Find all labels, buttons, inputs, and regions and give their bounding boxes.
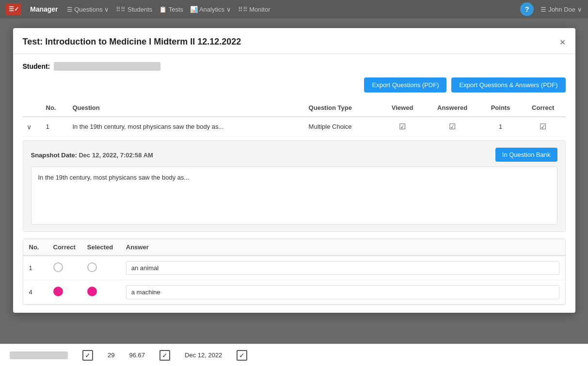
ans-answer-1: an animal bbox=[120, 256, 565, 280]
answers-table: No. Correct Selected Answer 1 bbox=[23, 239, 565, 305]
snapshot-row: Snapshot Date: Dec 12, 2022, 7:02:58 AM … bbox=[31, 148, 557, 162]
snapshot-label: Snapshot Date: Dec 12, 2022, 7:02:58 AM bbox=[31, 152, 153, 159]
radio-filled-selected-icon bbox=[87, 287, 97, 296]
app-logo: ☰✓ bbox=[6, 3, 21, 15]
expand-cell[interactable]: ∨ bbox=[23, 117, 42, 137]
col-expand bbox=[23, 99, 42, 117]
status-final-check: ✓ bbox=[237, 350, 247, 361]
topbar-nav: ☰ Questions ∨ ⠿⠿ Students 📋 Tests 📊 Anal… bbox=[67, 6, 512, 13]
col-answered: Answered bbox=[424, 99, 480, 117]
radio-filled-correct-icon bbox=[53, 287, 63, 296]
row-answered: ☑ bbox=[424, 117, 480, 137]
col-points: Points bbox=[480, 99, 521, 117]
user-menu[interactable]: ☰ John Doe ∨ bbox=[540, 6, 582, 13]
table-row: ∨ 1 In the 19th century, most physicans … bbox=[23, 117, 566, 137]
modal-overlay: Test: Introduction to Medicine I Midterm… bbox=[0, 18, 588, 366]
ans-correct-1 bbox=[48, 256, 81, 280]
col-correct: Correct bbox=[521, 99, 566, 117]
expand-button[interactable]: ∨ bbox=[27, 123, 32, 131]
topbar: ☰✓ Manager ☰ Questions ∨ ⠿⠿ Students 📋 T… bbox=[0, 0, 588, 18]
ans-col-no: No. bbox=[23, 239, 48, 256]
ans-no-4: 4 bbox=[23, 280, 48, 305]
student-label: Student: bbox=[23, 62, 50, 70]
row-question: In the 19th century, most physicans saw … bbox=[68, 117, 304, 137]
snapshot-date: Dec 12, 2022, 7:02:58 AM bbox=[79, 152, 153, 159]
status-bar: ✓ 29 96.67 ✓ Dec 12, 2022 ✓ bbox=[0, 344, 588, 366]
modal-dialog: Test: Introduction to Medicine I Midterm… bbox=[13, 28, 575, 313]
export-pdf-button[interactable]: Export Questions (PDF) bbox=[364, 77, 446, 92]
student-name-status-placeholder bbox=[10, 351, 68, 359]
correct-check-icon: ☑ bbox=[540, 122, 546, 131]
answered-check-icon: ☑ bbox=[449, 122, 456, 131]
row-correct: ☑ bbox=[521, 117, 566, 137]
status-correct-check: ✓ bbox=[159, 350, 170, 361]
radio-empty-icon bbox=[53, 262, 63, 272]
help-button[interactable]: ? bbox=[520, 2, 534, 16]
student-name-placeholder bbox=[54, 62, 160, 71]
nav-questions[interactable]: ☰ Questions ∨ bbox=[67, 6, 110, 13]
status-percent: 96.67 bbox=[129, 351, 145, 359]
ans-selected-1 bbox=[81, 256, 120, 280]
ans-col-answer: Answer bbox=[120, 239, 565, 256]
snapshot-info: Snapshot Date: Dec 12, 2022, 7:02:58 AM bbox=[31, 151, 153, 159]
nav-analytics[interactable]: 📊 Analytics ∨ bbox=[190, 6, 231, 13]
student-row: Student: bbox=[23, 62, 566, 71]
status-placeholder bbox=[10, 351, 68, 359]
nav-monitor[interactable]: ⠿⠿ Monitor bbox=[238, 6, 270, 13]
question-textbox: In the 19th century, most physicans saw … bbox=[31, 167, 557, 225]
status-viewed-check: ✓ bbox=[82, 350, 93, 361]
ans-correct-4 bbox=[48, 280, 81, 305]
answer-row-1: 1 an animal bbox=[23, 256, 565, 280]
col-viewed: Viewed bbox=[381, 99, 424, 117]
ans-selected-4 bbox=[81, 280, 120, 305]
detail-panel: Snapshot Date: Dec 12, 2022, 7:02:58 AM … bbox=[23, 140, 566, 232]
topbar-right: ? ☰ John Doe ∨ bbox=[520, 2, 582, 16]
row-type: Multiple Choice bbox=[305, 117, 381, 137]
status-final-check-icon: ✓ bbox=[237, 350, 247, 361]
col-no: No. bbox=[42, 99, 69, 117]
status-score: 29 bbox=[108, 351, 114, 359]
status-date: Dec 12, 2022 bbox=[185, 351, 222, 359]
ans-col-correct: Correct bbox=[48, 239, 81, 256]
status-viewed: ✓ bbox=[82, 350, 93, 361]
answer-row-4: 4 a machine bbox=[23, 280, 565, 305]
in-question-bank-button[interactable]: In Question Bank bbox=[495, 148, 557, 162]
questions-table: No. Question Question Type Viewed Answer… bbox=[23, 99, 566, 137]
col-type: Question Type bbox=[305, 99, 381, 117]
viewed-check-icon: ☑ bbox=[399, 122, 406, 131]
modal-header: Test: Introduction to Medicine I Midterm… bbox=[13, 28, 575, 54]
status-correct-check-icon: ✓ bbox=[159, 350, 170, 361]
row-no: 1 bbox=[42, 117, 69, 137]
answers-section: No. Correct Selected Answer 1 bbox=[23, 239, 566, 305]
ans-no-1: 1 bbox=[23, 256, 48, 280]
row-points: 1 bbox=[480, 117, 521, 137]
export-row: Export Questions (PDF) Export Questions … bbox=[23, 77, 566, 92]
modal-title: Test: Introduction to Medicine I Midterm… bbox=[23, 37, 241, 47]
ans-answer-4: a machine bbox=[120, 280, 565, 305]
col-question: Question bbox=[68, 99, 304, 117]
ans-col-selected: Selected bbox=[81, 239, 120, 256]
nav-tests[interactable]: 📋 Tests bbox=[159, 6, 183, 13]
nav-students[interactable]: ⠿⠿ Students bbox=[116, 6, 152, 13]
export-qa-pdf-button[interactable]: Export Questions & Answers (PDF) bbox=[451, 77, 565, 92]
modal-close-button[interactable]: × bbox=[560, 37, 566, 47]
radio-empty-selected-icon bbox=[87, 262, 97, 272]
row-viewed: ☑ bbox=[381, 117, 424, 137]
modal-body: Student: Export Questions (PDF) Export Q… bbox=[13, 54, 575, 313]
brand-label: Manager bbox=[30, 5, 58, 13]
